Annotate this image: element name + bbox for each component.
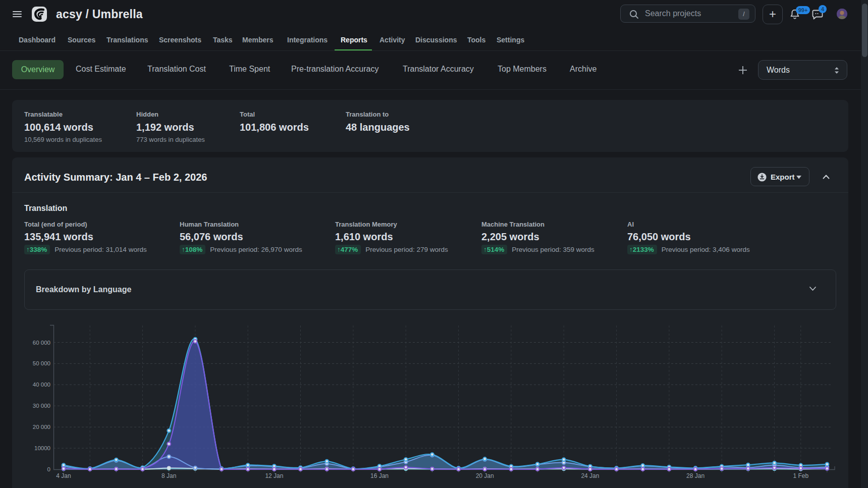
svg-text:60 000: 60 000 bbox=[33, 340, 50, 346]
svg-text:10000: 10000 bbox=[34, 445, 50, 451]
svg-text:30 000: 30 000 bbox=[33, 403, 50, 409]
svg-text:1 Feb: 1 Feb bbox=[793, 472, 808, 479]
svg-text:8 Jan: 8 Jan bbox=[161, 472, 176, 479]
svg-text:20 000: 20 000 bbox=[33, 424, 50, 430]
svg-text:20 Jan: 20 Jan bbox=[476, 472, 494, 479]
svg-text:0: 0 bbox=[47, 466, 50, 472]
svg-text:50 000: 50 000 bbox=[33, 360, 50, 366]
svg-text:24 Jan: 24 Jan bbox=[581, 472, 599, 479]
svg-text:40 000: 40 000 bbox=[33, 382, 50, 388]
svg-text:28 Jan: 28 Jan bbox=[686, 472, 704, 479]
svg-text:16 Jan: 16 Jan bbox=[370, 472, 389, 479]
svg-text:12 Jan: 12 Jan bbox=[265, 472, 283, 479]
svg-text:4 Jan: 4 Jan bbox=[56, 472, 71, 479]
